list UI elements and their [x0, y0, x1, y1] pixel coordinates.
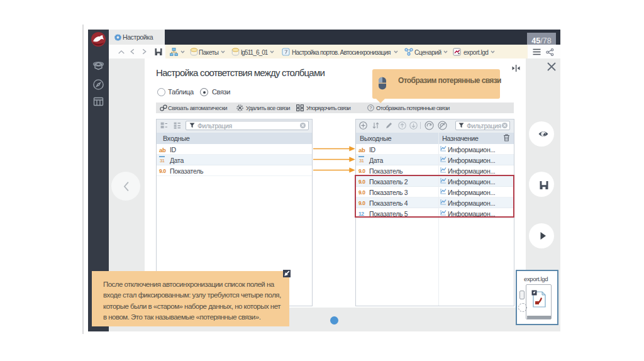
svg-text:?: ?: [370, 106, 372, 110]
